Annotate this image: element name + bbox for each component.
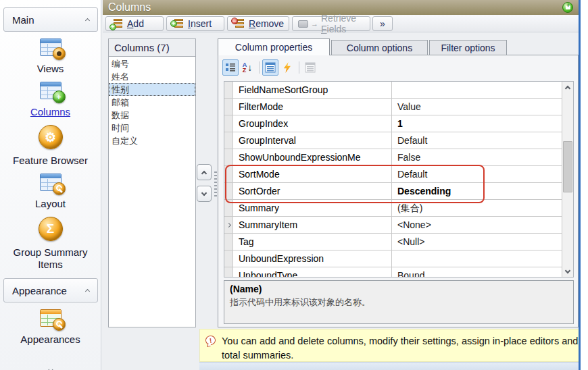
hint-bar: ! You can add and delete columns, modify…: [199, 329, 588, 362]
property-row-showunboundexpressionme[interactable]: ShowUnboundExpressionMeFalse: [224, 149, 562, 166]
background-window-edge: [579, 0, 588, 370]
property-value[interactable]: Descending: [392, 183, 562, 199]
columns-grid-add-icon: +: [37, 82, 64, 102]
list-item[interactable]: 时间: [109, 122, 195, 134]
grid-designer-window: MainViews+Columns⚙Feature BrowserLayoutΣ…: [0, 0, 588, 370]
columns-list: 编号姓名性别邮箱数据时间自定义: [109, 57, 195, 327]
property-row-summary[interactable]: Summary(集合): [224, 200, 562, 217]
events-icon: [283, 62, 292, 73]
property-description-text: 指示代码中用来标识该对象的名称。: [230, 296, 568, 309]
group-header-label: Appearance: [12, 285, 86, 296]
insert-button[interactable]: +Insert: [166, 16, 224, 31]
group-header-appearance[interactable]: Appearance: [3, 278, 98, 302]
sidebar-item-feature-browser[interactable]: ⚙Feature Browser: [0, 125, 101, 167]
row-margin: [224, 149, 233, 165]
scroll-up-button[interactable]: [562, 82, 573, 92]
property-value[interactable]: Default: [392, 166, 562, 182]
categorized-button[interactable]: [222, 59, 239, 76]
feature-browser-gear-icon: ⚙: [37, 125, 64, 151]
list-item[interactable]: 性别: [109, 83, 195, 96]
row-margin: [224, 250, 233, 267]
property-name: UnboundType: [233, 267, 392, 278]
property-row-summaryitem[interactable]: SummaryItem<None>: [224, 217, 562, 234]
events-button[interactable]: [279, 59, 295, 76]
sidebar-item-views[interactable]: Views: [0, 38, 101, 75]
sidebar-item-columns[interactable]: +Columns: [0, 82, 101, 118]
collapse-chevron-icon: [85, 18, 90, 23]
scrollbar-thumb[interactable]: [563, 141, 572, 192]
toolbar-overflow-button[interactable]: »: [372, 16, 393, 31]
property-value[interactable]: [392, 250, 562, 267]
property-value[interactable]: Value: [392, 99, 562, 115]
sidebar-nav: MainViews+Columns⚙Feature BrowserLayoutΣ…: [0, 7, 101, 346]
property-value[interactable]: Default: [392, 132, 562, 149]
property-name: FilterMode: [233, 99, 392, 115]
property-row-unboundtype[interactable]: UnboundTypeBound: [224, 267, 562, 278]
property-name: FieldNameSortGroup: [233, 82, 392, 98]
retrieve-fields-button: →Retrieve Fields: [292, 16, 370, 31]
row-margin: [224, 200, 233, 216]
row-margin: [224, 99, 233, 115]
property-row-filtermode[interactable]: FilterModeValue: [224, 99, 562, 115]
tab-filter-options[interactable]: Filter options: [429, 40, 507, 55]
list-item[interactable]: 编号: [109, 57, 195, 70]
group-header-main[interactable]: Main: [3, 7, 98, 32]
list-item[interactable]: 数据: [109, 109, 195, 122]
property-value[interactable]: False: [392, 149, 562, 165]
property-row-tag[interactable]: Tag<Null>: [224, 234, 562, 250]
column-properties-page: AZ↓ FieldNameSortGroupFilterModeValueGro…: [218, 55, 579, 327]
toolbar-separator: [299, 61, 299, 74]
row-margin: [224, 82, 233, 98]
property-row-groupindex[interactable]: GroupIndex1: [224, 115, 562, 132]
add-green-orb-icon[interactable]: +: [562, 2, 573, 13]
row-margin: [224, 115, 233, 132]
property-value[interactable]: <None>: [392, 217, 562, 233]
scroll-down-button[interactable]: [562, 266, 573, 277]
property-name: Summary: [233, 200, 392, 216]
property-grid-scrollbar[interactable]: [562, 82, 573, 277]
add-button[interactable]: +Add: [105, 16, 164, 31]
toolbar: +Add+Insert−Remove→Retrieve Fields »: [103, 15, 579, 32]
list-item[interactable]: 自定义: [109, 134, 195, 147]
sidebar-item-label: Feature Browser: [13, 155, 88, 167]
sidebar-item-appearances[interactable]: Appearances: [0, 309, 101, 346]
property-value[interactable]: (集合): [392, 200, 562, 216]
alphabetical-sort-button[interactable]: AZ↓: [239, 59, 255, 76]
sidebar-item-layout[interactable]: Layout: [0, 174, 101, 210]
categorized-icon: [225, 62, 236, 73]
hint-text: You can add and delete columns, modify t…: [222, 334, 588, 361]
remove-button[interactable]: −Remove: [227, 16, 289, 31]
sidebar-item-label: Columns: [30, 106, 70, 118]
property-value[interactable]: <Null>: [392, 234, 562, 250]
sidebar-item-group-summary-items[interactable]: ΣGroup Summary Items: [0, 217, 101, 271]
property-grid: FieldNameSortGroupFilterModeValueGroupIn…: [224, 81, 574, 278]
move-column-up-button[interactable]: [197, 164, 212, 180]
property-name: SummaryItem: [233, 217, 392, 233]
row-margin: [224, 183, 233, 199]
row-margin: [224, 234, 233, 250]
property-pages-icon: [305, 62, 316, 73]
property-value[interactable]: Bound: [392, 267, 562, 278]
property-row-sortmode[interactable]: SortModeDefault: [224, 166, 562, 183]
move-column-down-button[interactable]: [197, 186, 212, 202]
toolbar-separator: [259, 61, 260, 74]
property-row-fieldnamesortgroup[interactable]: FieldNameSortGroup: [224, 82, 562, 99]
property-row-groupinterval[interactable]: GroupIntervalDefault: [224, 132, 562, 149]
group-header-label: Main: [12, 14, 86, 26]
list-item[interactable]: 姓名: [109, 70, 195, 83]
tab-column-options[interactable]: Column options: [331, 40, 428, 55]
add-rows-icon: +: [112, 19, 122, 29]
splitter-grip[interactable]: [214, 171, 217, 199]
property-row-unboundexpression[interactable]: UnboundExpression: [224, 250, 562, 267]
property-value[interactable]: 1: [392, 115, 562, 132]
insert-rows-icon: +: [172, 19, 183, 29]
sidebar-item-label: Layout: [35, 198, 66, 210]
property-row-sortorder[interactable]: SortOrderDescending: [224, 183, 562, 200]
button-label: Insert: [188, 18, 212, 29]
collapse-chevron-icon: [85, 289, 90, 294]
list-item[interactable]: 邮箱: [109, 96, 195, 109]
tab-column-properties[interactable]: Column properties: [218, 38, 330, 55]
property-list-button[interactable]: [262, 59, 278, 76]
property-value[interactable]: [392, 82, 562, 98]
sidebar-scroll-down-icon[interactable]: [49, 364, 52, 370]
